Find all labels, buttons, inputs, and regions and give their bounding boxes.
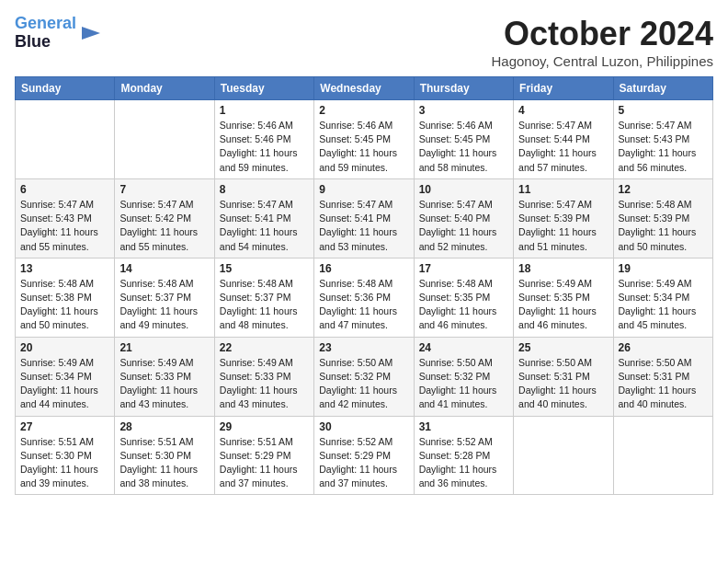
day-number: 22 <box>220 341 309 354</box>
day-number: 24 <box>419 341 508 354</box>
calendar-week-row: 20Sunrise: 5:49 AMSunset: 5:34 PMDayligh… <box>16 337 713 416</box>
day-info: Sunrise: 5:48 AMSunset: 5:36 PMDaylight:… <box>319 277 408 333</box>
calendar-cell: 17Sunrise: 5:48 AMSunset: 5:35 PMDayligh… <box>414 258 513 337</box>
calendar-cell: 21Sunrise: 5:49 AMSunset: 5:33 PMDayligh… <box>115 337 214 416</box>
calendar-cell: 2Sunrise: 5:46 AMSunset: 5:45 PMDaylight… <box>314 100 414 179</box>
day-info: Sunrise: 5:51 AMSunset: 5:29 PMDaylight:… <box>220 435 309 491</box>
calendar-header-row: SundayMondayTuesdayWednesdayThursdayFrid… <box>16 77 713 100</box>
day-info: Sunrise: 5:47 AMSunset: 5:44 PMDaylight:… <box>518 119 608 175</box>
header-sunday: Sunday <box>16 77 115 100</box>
calendar-cell: 8Sunrise: 5:47 AMSunset: 5:41 PMDaylight… <box>214 178 313 258</box>
header-monday: Monday <box>115 77 214 100</box>
calendar-cell: 6Sunrise: 5:47 AMSunset: 5:43 PMDaylight… <box>16 178 115 258</box>
header-wednesday: Wednesday <box>314 77 414 100</box>
calendar-cell: 30Sunrise: 5:52 AMSunset: 5:29 PMDayligh… <box>314 416 414 495</box>
day-number: 15 <box>220 262 309 275</box>
day-info: Sunrise: 5:48 AMSunset: 5:37 PMDaylight:… <box>119 277 209 333</box>
day-info: Sunrise: 5:52 AMSunset: 5:29 PMDaylight:… <box>319 435 408 491</box>
day-number: 16 <box>319 262 408 275</box>
calendar-cell <box>514 416 613 495</box>
calendar-cell: 25Sunrise: 5:50 AMSunset: 5:31 PMDayligh… <box>514 337 613 416</box>
calendar-cell: 9Sunrise: 5:47 AMSunset: 5:41 PMDaylight… <box>314 178 414 258</box>
header-thursday: Thursday <box>414 77 513 100</box>
calendar-cell: 10Sunrise: 5:47 AMSunset: 5:40 PMDayligh… <box>414 178 513 258</box>
day-info: Sunrise: 5:47 AMSunset: 5:43 PMDaylight:… <box>20 198 109 254</box>
calendar-cell: 11Sunrise: 5:47 AMSunset: 5:39 PMDayligh… <box>514 178 613 258</box>
day-number: 25 <box>518 341 608 354</box>
day-number: 7 <box>119 183 209 196</box>
day-number: 14 <box>119 262 209 275</box>
calendar-cell: 15Sunrise: 5:48 AMSunset: 5:37 PMDayligh… <box>214 258 313 337</box>
calendar-cell <box>613 416 712 495</box>
calendar-cell: 1Sunrise: 5:46 AMSunset: 5:46 PMDaylight… <box>214 100 313 179</box>
calendar-week-row: 27Sunrise: 5:51 AMSunset: 5:30 PMDayligh… <box>16 416 713 495</box>
calendar-cell: 31Sunrise: 5:52 AMSunset: 5:28 PMDayligh… <box>414 416 513 495</box>
day-number: 4 <box>518 104 608 117</box>
day-number: 17 <box>419 262 508 275</box>
day-info: Sunrise: 5:47 AMSunset: 5:43 PMDaylight:… <box>619 119 708 175</box>
day-info: Sunrise: 5:50 AMSunset: 5:31 PMDaylight:… <box>518 356 608 412</box>
day-info: Sunrise: 5:49 AMSunset: 5:34 PMDaylight:… <box>20 356 109 412</box>
calendar-cell: 20Sunrise: 5:49 AMSunset: 5:34 PMDayligh… <box>16 337 115 416</box>
calendar-cell: 24Sunrise: 5:50 AMSunset: 5:32 PMDayligh… <box>414 337 513 416</box>
title-block: October 2024 Hagonoy, Central Luzon, Phi… <box>491 15 713 69</box>
calendar-cell: 7Sunrise: 5:47 AMSunset: 5:42 PMDaylight… <box>115 178 214 258</box>
header-tuesday: Tuesday <box>214 77 313 100</box>
calendar-cell: 13Sunrise: 5:48 AMSunset: 5:38 PMDayligh… <box>16 258 115 337</box>
calendar-cell: 19Sunrise: 5:49 AMSunset: 5:34 PMDayligh… <box>613 258 712 337</box>
day-info: Sunrise: 5:51 AMSunset: 5:30 PMDaylight:… <box>20 435 109 491</box>
location-title: Hagonoy, Central Luzon, Philippines <box>491 53 713 69</box>
day-number: 11 <box>518 183 608 196</box>
calendar-week-row: 1Sunrise: 5:46 AMSunset: 5:46 PMDaylight… <box>16 100 713 179</box>
day-info: Sunrise: 5:48 AMSunset: 5:37 PMDaylight:… <box>220 277 309 333</box>
logo-text: GeneralBlue <box>15 15 76 52</box>
day-number: 28 <box>119 420 209 433</box>
day-info: Sunrise: 5:49 AMSunset: 5:34 PMDaylight:… <box>619 277 708 333</box>
page-header: GeneralBlue October 2024 Hagonoy, Centra… <box>15 15 713 69</box>
calendar-cell: 14Sunrise: 5:48 AMSunset: 5:37 PMDayligh… <box>115 258 214 337</box>
day-info: Sunrise: 5:52 AMSunset: 5:28 PMDaylight:… <box>419 435 508 491</box>
day-number: 8 <box>220 183 309 196</box>
day-number: 18 <box>518 262 608 275</box>
day-number: 21 <box>119 341 209 354</box>
day-info: Sunrise: 5:49 AMSunset: 5:33 PMDaylight:… <box>220 356 309 412</box>
day-number: 27 <box>20 420 109 433</box>
calendar-cell: 27Sunrise: 5:51 AMSunset: 5:30 PMDayligh… <box>16 416 115 495</box>
day-number: 2 <box>319 104 408 117</box>
day-number: 13 <box>20 262 109 275</box>
day-info: Sunrise: 5:47 AMSunset: 5:41 PMDaylight:… <box>220 198 309 254</box>
svg-marker-0 <box>82 27 100 40</box>
calendar-cell: 23Sunrise: 5:50 AMSunset: 5:32 PMDayligh… <box>314 337 414 416</box>
header-saturday: Saturday <box>613 77 712 100</box>
day-info: Sunrise: 5:51 AMSunset: 5:30 PMDaylight:… <box>119 435 209 491</box>
logo-icon <box>78 23 104 43</box>
day-info: Sunrise: 5:47 AMSunset: 5:39 PMDaylight:… <box>518 198 608 254</box>
calendar-cell: 29Sunrise: 5:51 AMSunset: 5:29 PMDayligh… <box>214 416 313 495</box>
day-number: 1 <box>220 104 309 117</box>
day-number: 3 <box>419 104 508 117</box>
day-number: 19 <box>619 262 708 275</box>
day-number: 12 <box>619 183 708 196</box>
logo: GeneralBlue <box>15 15 104 52</box>
calendar-cell: 4Sunrise: 5:47 AMSunset: 5:44 PMDaylight… <box>514 100 613 179</box>
calendar-cell <box>16 100 115 179</box>
day-info: Sunrise: 5:46 AMSunset: 5:46 PMDaylight:… <box>220 119 309 175</box>
day-info: Sunrise: 5:48 AMSunset: 5:35 PMDaylight:… <box>419 277 508 333</box>
calendar-table: SundayMondayTuesdayWednesdayThursdayFrid… <box>15 76 713 495</box>
day-info: Sunrise: 5:50 AMSunset: 5:32 PMDaylight:… <box>319 356 408 412</box>
header-friday: Friday <box>514 77 613 100</box>
day-number: 29 <box>220 420 309 433</box>
calendar-cell: 22Sunrise: 5:49 AMSunset: 5:33 PMDayligh… <box>214 337 313 416</box>
day-number: 20 <box>20 341 109 354</box>
day-info: Sunrise: 5:47 AMSunset: 5:42 PMDaylight:… <box>119 198 209 254</box>
day-number: 31 <box>419 420 508 433</box>
calendar-cell: 26Sunrise: 5:50 AMSunset: 5:31 PMDayligh… <box>613 337 712 416</box>
calendar-cell: 18Sunrise: 5:49 AMSunset: 5:35 PMDayligh… <box>514 258 613 337</box>
day-info: Sunrise: 5:46 AMSunset: 5:45 PMDaylight:… <box>419 119 508 175</box>
calendar-cell: 28Sunrise: 5:51 AMSunset: 5:30 PMDayligh… <box>115 416 214 495</box>
calendar-week-row: 13Sunrise: 5:48 AMSunset: 5:38 PMDayligh… <box>16 258 713 337</box>
month-title: October 2024 <box>491 15 713 53</box>
calendar-cell <box>115 100 214 179</box>
day-number: 6 <box>20 183 109 196</box>
day-info: Sunrise: 5:48 AMSunset: 5:39 PMDaylight:… <box>619 198 708 254</box>
